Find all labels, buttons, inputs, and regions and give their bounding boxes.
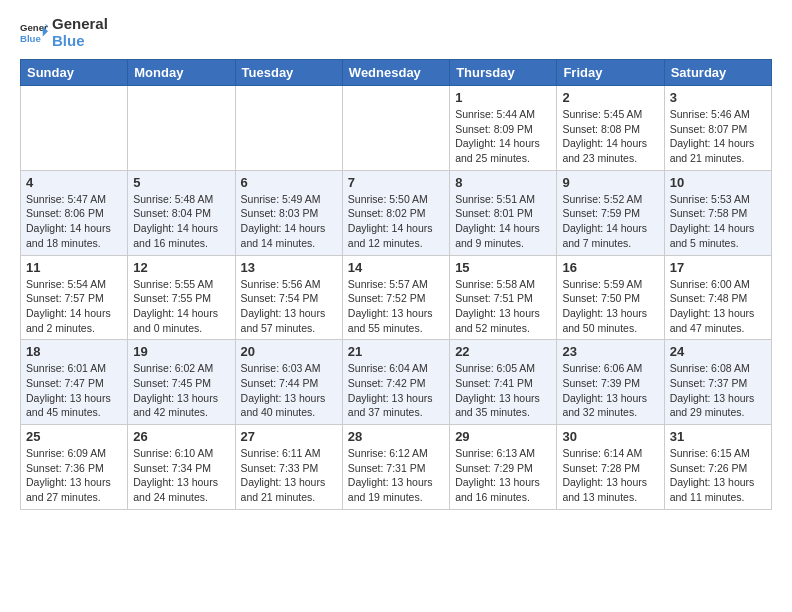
day-info: Sunrise: 6:05 AM Sunset: 7:41 PM Dayligh…: [455, 361, 551, 420]
calendar-cell: 2Sunrise: 5:45 AM Sunset: 8:08 PM Daylig…: [557, 86, 664, 171]
day-info: Sunrise: 6:03 AM Sunset: 7:44 PM Dayligh…: [241, 361, 337, 420]
day-info: Sunrise: 6:14 AM Sunset: 7:28 PM Dayligh…: [562, 446, 658, 505]
day-number: 3: [670, 90, 766, 105]
calendar-cell: 8Sunrise: 5:51 AM Sunset: 8:01 PM Daylig…: [450, 170, 557, 255]
calendar-cell: 7Sunrise: 5:50 AM Sunset: 8:02 PM Daylig…: [342, 170, 449, 255]
day-number: 11: [26, 260, 122, 275]
day-info: Sunrise: 5:54 AM Sunset: 7:57 PM Dayligh…: [26, 277, 122, 336]
calendar-cell: 29Sunrise: 6:13 AM Sunset: 7:29 PM Dayli…: [450, 425, 557, 510]
svg-text:Blue: Blue: [20, 32, 41, 43]
day-info: Sunrise: 6:10 AM Sunset: 7:34 PM Dayligh…: [133, 446, 229, 505]
calendar-cell: 13Sunrise: 5:56 AM Sunset: 7:54 PM Dayli…: [235, 255, 342, 340]
day-number: 30: [562, 429, 658, 444]
calendar-cell: 24Sunrise: 6:08 AM Sunset: 7:37 PM Dayli…: [664, 340, 771, 425]
day-number: 31: [670, 429, 766, 444]
weekday-header-tuesday: Tuesday: [235, 60, 342, 86]
calendar-cell: 30Sunrise: 6:14 AM Sunset: 7:28 PM Dayli…: [557, 425, 664, 510]
day-info: Sunrise: 5:51 AM Sunset: 8:01 PM Dayligh…: [455, 192, 551, 251]
calendar-cell: 10Sunrise: 5:53 AM Sunset: 7:58 PM Dayli…: [664, 170, 771, 255]
weekday-header-friday: Friday: [557, 60, 664, 86]
weekday-header-wednesday: Wednesday: [342, 60, 449, 86]
day-info: Sunrise: 5:52 AM Sunset: 7:59 PM Dayligh…: [562, 192, 658, 251]
day-number: 24: [670, 344, 766, 359]
calendar-cell: 18Sunrise: 6:01 AM Sunset: 7:47 PM Dayli…: [21, 340, 128, 425]
day-number: 22: [455, 344, 551, 359]
day-number: 5: [133, 175, 229, 190]
logo: General Blue General Blue: [20, 16, 108, 49]
day-number: 15: [455, 260, 551, 275]
weekday-header-monday: Monday: [128, 60, 235, 86]
day-info: Sunrise: 6:02 AM Sunset: 7:45 PM Dayligh…: [133, 361, 229, 420]
day-number: 21: [348, 344, 444, 359]
day-info: Sunrise: 6:00 AM Sunset: 7:48 PM Dayligh…: [670, 277, 766, 336]
calendar-cell: [342, 86, 449, 171]
day-number: 18: [26, 344, 122, 359]
day-number: 20: [241, 344, 337, 359]
logo-blue: Blue: [52, 33, 108, 50]
day-number: 13: [241, 260, 337, 275]
calendar-cell: 26Sunrise: 6:10 AM Sunset: 7:34 PM Dayli…: [128, 425, 235, 510]
logo-general: General: [52, 16, 108, 33]
day-number: 17: [670, 260, 766, 275]
calendar-cell: 14Sunrise: 5:57 AM Sunset: 7:52 PM Dayli…: [342, 255, 449, 340]
day-info: Sunrise: 6:06 AM Sunset: 7:39 PM Dayligh…: [562, 361, 658, 420]
day-info: Sunrise: 6:09 AM Sunset: 7:36 PM Dayligh…: [26, 446, 122, 505]
calendar-week-1: 1Sunrise: 5:44 AM Sunset: 8:09 PM Daylig…: [21, 86, 772, 171]
day-number: 19: [133, 344, 229, 359]
day-info: Sunrise: 5:44 AM Sunset: 8:09 PM Dayligh…: [455, 107, 551, 166]
day-number: 9: [562, 175, 658, 190]
day-number: 27: [241, 429, 337, 444]
calendar-cell: 3Sunrise: 5:46 AM Sunset: 8:07 PM Daylig…: [664, 86, 771, 171]
calendar-cell: 25Sunrise: 6:09 AM Sunset: 7:36 PM Dayli…: [21, 425, 128, 510]
calendar-cell: [128, 86, 235, 171]
calendar-cell: 21Sunrise: 6:04 AM Sunset: 7:42 PM Dayli…: [342, 340, 449, 425]
day-number: 23: [562, 344, 658, 359]
day-info: Sunrise: 5:48 AM Sunset: 8:04 PM Dayligh…: [133, 192, 229, 251]
day-number: 29: [455, 429, 551, 444]
day-info: Sunrise: 6:08 AM Sunset: 7:37 PM Dayligh…: [670, 361, 766, 420]
calendar-cell: 12Sunrise: 5:55 AM Sunset: 7:55 PM Dayli…: [128, 255, 235, 340]
calendar-week-2: 4Sunrise: 5:47 AM Sunset: 8:06 PM Daylig…: [21, 170, 772, 255]
day-info: Sunrise: 5:57 AM Sunset: 7:52 PM Dayligh…: [348, 277, 444, 336]
calendar-cell: 15Sunrise: 5:58 AM Sunset: 7:51 PM Dayli…: [450, 255, 557, 340]
day-number: 6: [241, 175, 337, 190]
day-info: Sunrise: 5:47 AM Sunset: 8:06 PM Dayligh…: [26, 192, 122, 251]
calendar-cell: 11Sunrise: 5:54 AM Sunset: 7:57 PM Dayli…: [21, 255, 128, 340]
calendar-cell: 19Sunrise: 6:02 AM Sunset: 7:45 PM Dayli…: [128, 340, 235, 425]
calendar-cell: 28Sunrise: 6:12 AM Sunset: 7:31 PM Dayli…: [342, 425, 449, 510]
calendar-cell: 16Sunrise: 5:59 AM Sunset: 7:50 PM Dayli…: [557, 255, 664, 340]
calendar-cell: 6Sunrise: 5:49 AM Sunset: 8:03 PM Daylig…: [235, 170, 342, 255]
calendar-cell: 20Sunrise: 6:03 AM Sunset: 7:44 PM Dayli…: [235, 340, 342, 425]
day-number: 10: [670, 175, 766, 190]
calendar-cell: 17Sunrise: 6:00 AM Sunset: 7:48 PM Dayli…: [664, 255, 771, 340]
day-number: 16: [562, 260, 658, 275]
calendar-cell: [235, 86, 342, 171]
day-info: Sunrise: 6:15 AM Sunset: 7:26 PM Dayligh…: [670, 446, 766, 505]
calendar-cell: 27Sunrise: 6:11 AM Sunset: 7:33 PM Dayli…: [235, 425, 342, 510]
day-info: Sunrise: 5:58 AM Sunset: 7:51 PM Dayligh…: [455, 277, 551, 336]
day-number: 25: [26, 429, 122, 444]
header: General Blue General Blue: [20, 16, 772, 49]
calendar-cell: 31Sunrise: 6:15 AM Sunset: 7:26 PM Dayli…: [664, 425, 771, 510]
calendar-cell: 4Sunrise: 5:47 AM Sunset: 8:06 PM Daylig…: [21, 170, 128, 255]
calendar-week-3: 11Sunrise: 5:54 AM Sunset: 7:57 PM Dayli…: [21, 255, 772, 340]
calendar-table: SundayMondayTuesdayWednesdayThursdayFrid…: [20, 59, 772, 510]
day-info: Sunrise: 6:01 AM Sunset: 7:47 PM Dayligh…: [26, 361, 122, 420]
day-number: 4: [26, 175, 122, 190]
day-info: Sunrise: 5:49 AM Sunset: 8:03 PM Dayligh…: [241, 192, 337, 251]
day-info: Sunrise: 6:13 AM Sunset: 7:29 PM Dayligh…: [455, 446, 551, 505]
calendar-cell: 1Sunrise: 5:44 AM Sunset: 8:09 PM Daylig…: [450, 86, 557, 171]
day-info: Sunrise: 6:04 AM Sunset: 7:42 PM Dayligh…: [348, 361, 444, 420]
calendar-week-5: 25Sunrise: 6:09 AM Sunset: 7:36 PM Dayli…: [21, 425, 772, 510]
day-info: Sunrise: 5:45 AM Sunset: 8:08 PM Dayligh…: [562, 107, 658, 166]
day-info: Sunrise: 5:55 AM Sunset: 7:55 PM Dayligh…: [133, 277, 229, 336]
day-info: Sunrise: 5:59 AM Sunset: 7:50 PM Dayligh…: [562, 277, 658, 336]
day-info: Sunrise: 5:50 AM Sunset: 8:02 PM Dayligh…: [348, 192, 444, 251]
day-number: 7: [348, 175, 444, 190]
day-info: Sunrise: 5:53 AM Sunset: 7:58 PM Dayligh…: [670, 192, 766, 251]
day-number: 8: [455, 175, 551, 190]
weekday-header-sunday: Sunday: [21, 60, 128, 86]
calendar-cell: 5Sunrise: 5:48 AM Sunset: 8:04 PM Daylig…: [128, 170, 235, 255]
day-info: Sunrise: 6:12 AM Sunset: 7:31 PM Dayligh…: [348, 446, 444, 505]
calendar-cell: [21, 86, 128, 171]
